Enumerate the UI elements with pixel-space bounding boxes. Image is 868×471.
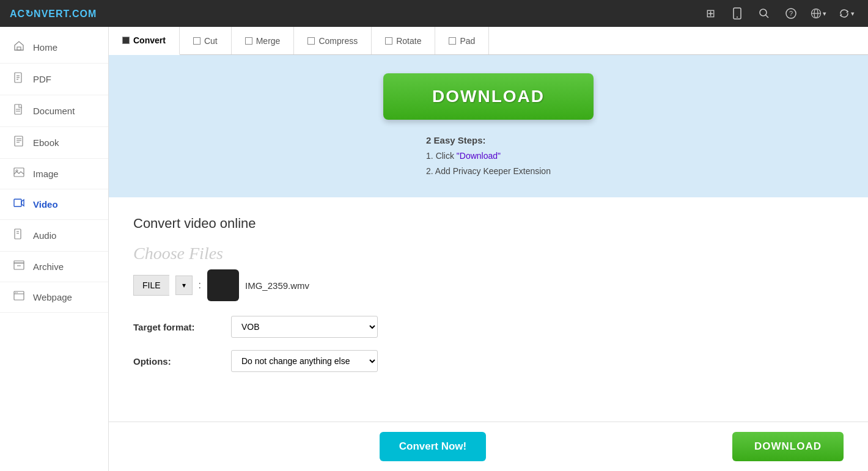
target-format-label: Target format: [133, 322, 219, 332]
file-name: IMG_2359.wmv [245, 280, 309, 291]
file-button[interactable]: FILE [133, 275, 169, 296]
options-label: Options: [133, 356, 219, 367]
svg-rect-24 [15, 229, 21, 239]
webpage-icon [12, 291, 26, 304]
mobile-icon[interactable] [726, 2, 748, 24]
tab-convert-label: Convert [133, 35, 166, 45]
tab-bar: Convert Cut Merge Compress Rotate Pad [109, 27, 868, 55]
options-row: Options: Do not change anything else Cus… [133, 350, 844, 372]
tab-merge-checkbox [245, 37, 252, 45]
steps-title: 2 Easy Steps: [426, 132, 551, 148]
convert-section-title: Convert video online [133, 216, 844, 232]
tab-cut-checkbox [193, 37, 200, 45]
language-selector[interactable]: ▾ [807, 5, 830, 21]
tab-cut[interactable]: Cut [180, 27, 232, 54]
sidebar-item-image[interactable]: Image [0, 159, 108, 189]
tab-pad-checkbox [449, 37, 456, 45]
step2: 2. Add Privacy Keeper Extension [426, 164, 551, 179]
pdf-icon [12, 72, 26, 86]
logo-text: AC↻NVERT.COM [10, 9, 97, 19]
tab-compress[interactable]: Compress [294, 27, 372, 54]
sidebar-item-label-archive: Archive [33, 261, 64, 272]
sidebar-item-webpage[interactable]: Webpage [0, 282, 108, 313]
main-content: Convert Cut Merge Compress Rotate Pad [109, 27, 868, 471]
sidebar-item-document[interactable]: Document [0, 95, 108, 127]
svg-rect-23 [14, 199, 21, 206]
file-thumbnail [207, 269, 239, 301]
options-select[interactable]: Do not change anything else Custom setti… [231, 350, 378, 372]
svg-point-22 [16, 170, 18, 172]
svg-point-1 [737, 16, 738, 18]
document-icon [12, 104, 26, 118]
file-input-row: FILE ▾ : IMG_2359.wmv [133, 269, 844, 301]
tab-rotate[interactable]: Rotate [372, 27, 435, 54]
svg-rect-9 [17, 47, 21, 50]
sidebar: Home PDF Document Ebook Image [0, 27, 109, 471]
sidebar-item-archive[interactable]: Archive [0, 252, 108, 282]
home-icon [12, 40, 26, 54]
tab-pad[interactable]: Pad [435, 27, 489, 54]
tab-rotate-checkbox [385, 37, 392, 45]
sidebar-item-label-image: Image [33, 169, 59, 179]
sidebar-item-label-video: Video [33, 199, 58, 210]
archive-icon [12, 260, 26, 273]
tab-convert-checkbox [122, 37, 130, 44]
top-nav-bar: AC↻NVERT.COM ⊞ ? ▾ ▾ [0, 0, 868, 27]
svg-point-2 [760, 9, 767, 16]
choose-files-watermark: Choose Files [133, 244, 844, 263]
sidebar-item-label-webpage: Webpage [33, 292, 72, 302]
convert-section: Convert video online Choose Files FILE ▾… [109, 197, 868, 451]
sidebar-item-home[interactable]: Home [0, 32, 108, 64]
tab-merge[interactable]: Merge [232, 27, 295, 54]
refresh-icon[interactable]: ▾ [835, 5, 858, 21]
sidebar-item-audio[interactable]: Audio [0, 220, 108, 252]
tab-compress-label: Compress [318, 36, 358, 46]
tab-rotate-label: Rotate [396, 36, 421, 46]
tab-compress-checkbox [307, 37, 315, 45]
banner-download-button[interactable]: DOWNLOAD [383, 73, 594, 120]
download-link[interactable]: "Download" [457, 151, 501, 161]
svg-point-32 [15, 292, 17, 293]
tab-pad-label: Pad [460, 36, 475, 46]
bottom-download-button[interactable]: DOWNLOAD [732, 432, 844, 461]
file-dropdown-button[interactable]: ▾ [175, 276, 193, 295]
sidebar-item-label-ebook: Ebook [33, 137, 59, 148]
step1: 1. Click "Download" [426, 148, 551, 164]
image-icon [12, 167, 26, 180]
sidebar-item-video[interactable]: Video [0, 189, 108, 220]
svg-rect-17 [15, 136, 23, 146]
top-nav-icons: ⊞ ? ▾ ▾ [699, 2, 858, 24]
tab-cut-label: Cut [204, 36, 218, 46]
site-logo: AC↻NVERT.COM [10, 8, 97, 20]
tab-merge-label: Merge [256, 36, 281, 46]
video-icon [12, 198, 26, 211]
target-format-select[interactable]: VOB MP4 AVI MKV MOV WMV FLV WEBM [231, 316, 378, 338]
bottom-bar: Convert Now! DOWNLOAD [109, 422, 868, 471]
sidebar-item-label-document: Document [33, 106, 75, 116]
sidebar-item-label-pdf: PDF [33, 74, 51, 84]
svg-point-33 [17, 292, 18, 293]
sidebar-item-label-audio: Audio [33, 230, 56, 241]
grid-icon[interactable]: ⊞ [699, 2, 721, 24]
svg-text:?: ? [789, 10, 793, 17]
ad-banner: DOWNLOAD 2 Easy Steps: 1. Click "Downloa… [109, 55, 868, 197]
sidebar-item-ebook[interactable]: Ebook [0, 127, 108, 159]
convert-now-button[interactable]: Convert Now! [380, 432, 487, 461]
target-format-row: Target format: VOB MP4 AVI MKV MOV WMV F… [133, 316, 844, 338]
help-icon[interactable]: ? [780, 2, 802, 24]
main-layout: Home PDF Document Ebook Image [0, 27, 868, 471]
sidebar-item-pdf[interactable]: PDF [0, 64, 108, 95]
search-icon[interactable] [753, 2, 775, 24]
ebook-icon [12, 136, 26, 150]
audio-icon [12, 228, 26, 243]
file-colon: : [199, 280, 201, 291]
svg-line-3 [766, 15, 769, 18]
ad-steps: 2 Easy Steps: 1. Click "Download" 2. Add… [426, 132, 551, 179]
sidebar-item-label-home: Home [33, 42, 57, 53]
tab-convert[interactable]: Convert [109, 27, 180, 55]
